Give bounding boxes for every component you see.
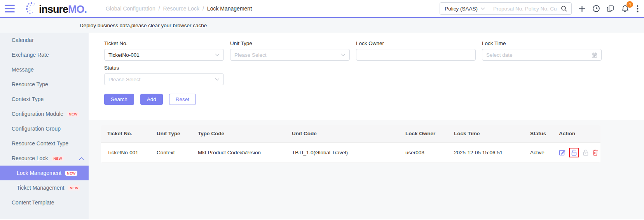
sidebar-item-label: Configuration Module [12, 111, 63, 117]
status-select[interactable]: Please Select [104, 73, 224, 85]
sidebar-item-context-type[interactable]: Context Type [0, 92, 89, 107]
menu-icon[interactable] [5, 5, 15, 12]
row-actions [559, 148, 600, 157]
sidebar-item-label: Resource Context Type [12, 140, 68, 147]
field-lock-time: Lock Time Select date [482, 40, 602, 61]
highlight-box [569, 148, 579, 157]
more-options-icon[interactable] [637, 5, 639, 12]
logo-text-insure: insure [39, 3, 68, 16]
ticket-no-value: TicketNo-001 [108, 52, 140, 58]
sidebar-item-label: Lock Management [17, 170, 61, 176]
sidebar-item-resource-lock[interactable]: Resource Lock NEW [0, 151, 89, 166]
add-icon[interactable] [578, 5, 586, 12]
breadcrumb-separator: / [159, 5, 160, 12]
new-badge: NEW [68, 185, 80, 190]
col-lock-time: Lock Time [448, 125, 524, 142]
cell-unit-type: Context [150, 142, 192, 162]
breadcrumb-separator: / [202, 5, 204, 12]
field-unit-type: Unit Type Please Select [230, 40, 350, 61]
field-label: Status [104, 65, 224, 71]
breadcrumb-item[interactable]: Global Configuration [106, 5, 155, 12]
col-unit-type: Unit Type [150, 125, 192, 142]
new-badge: NEW [67, 112, 79, 117]
field-status: Status Please Select [104, 65, 224, 85]
unit-type-select[interactable]: Please Select [230, 49, 350, 61]
search-button[interactable]: Search [104, 94, 134, 105]
app-logo: insureMO. [25, 2, 87, 16]
lock-owner-input-wrap [356, 49, 476, 61]
chevron-down-icon [215, 53, 220, 56]
deploy-notice: Deploy business data,please clear your b… [0, 18, 644, 33]
sidebar-item-exchange-rate[interactable]: Exchange Rate [0, 47, 89, 62]
sidebar-item-resource-type[interactable]: Resource Type [0, 77, 89, 92]
sidebar-item-message[interactable]: Message [0, 62, 89, 77]
search-icon[interactable] [561, 5, 567, 12]
unlock-icon[interactable] [571, 149, 577, 156]
header-divider [97, 3, 97, 14]
logo-text-mo: MO. [68, 3, 87, 16]
notifications-icon[interactable]: 4 [621, 5, 629, 13]
logo-globe-icon [25, 2, 38, 15]
cell-ticket-no: TicketNo-001 [101, 142, 150, 162]
add-button[interactable]: Add [140, 94, 163, 105]
delete-icon[interactable] [592, 149, 598, 156]
sidebar-item-label: Context Type [12, 96, 44, 102]
table-row: TicketNo-001 Context Mkt Product Code&Ve… [101, 142, 600, 162]
sidebar-item-configuration-module[interactable]: Configuration Module NEW [0, 107, 89, 121]
global-search [489, 5, 571, 12]
col-action: Action [553, 125, 600, 142]
breadcrumb: Global Configuration / Resource Lock / L… [106, 5, 252, 12]
chevron-up-icon[interactable] [79, 155, 84, 161]
lock-owner-input[interactable] [360, 52, 471, 58]
col-ticket-no: Ticket No. [101, 125, 150, 142]
filter-panel: Ticket No. TicketNo-001 Unit Type Please… [89, 33, 644, 120]
calendar-icon [592, 52, 597, 58]
deploy-notice-text: Deploy business data,please clear your b… [80, 23, 207, 28]
main-content: Ticket No. TicketNo-001 Unit Type Please… [89, 33, 644, 219]
history-icon[interactable] [592, 5, 600, 12]
cell-lock-owner: user003 [399, 142, 448, 162]
search-scope-value: Policy (SAAS) [445, 6, 478, 12]
cell-status: Active [524, 142, 553, 162]
sidebar-item-label: Exchange Rate [12, 52, 49, 58]
field-label: Lock Owner [356, 40, 476, 46]
breadcrumb-item[interactable]: Resource Lock [163, 5, 199, 12]
sidebar-item-label: Content Template [12, 199, 54, 206]
cell-unit-code: TBTI_1.0(Global Travel) [286, 142, 399, 162]
field-lock-owner: Lock Owner [356, 40, 476, 61]
global-search-input[interactable] [493, 6, 558, 12]
ticket-no-select[interactable]: TicketNo-001 [104, 49, 224, 61]
results-card: Ticket No. Unit Type Type Code Unit Code… [101, 125, 600, 163]
sidebar-item-label: Resource Type [12, 81, 48, 87]
search-scope-select[interactable]: Policy (SAAS) [440, 3, 489, 14]
col-type-code: Type Code [192, 125, 286, 142]
lock-time-placeholder: Select date [486, 52, 513, 58]
reset-button[interactable]: Reset [169, 94, 196, 105]
sidebar-item-configuration-group[interactable]: Configuration Group [0, 121, 89, 136]
sidebar-item-lock-management[interactable]: Lock Management NEW [0, 166, 89, 180]
edit-icon[interactable] [559, 149, 565, 156]
sidebar-item-label: Ticket Management [17, 185, 64, 191]
sidebar-item-ticket-management[interactable]: Ticket Management NEW [0, 180, 89, 195]
sidebar-item-calendar[interactable]: Calendar [0, 33, 89, 47]
sidebar-item-label: Configuration Group [12, 126, 61, 132]
chevron-down-icon [481, 7, 485, 10]
chevron-down-icon [215, 78, 220, 81]
lock-icon[interactable] [583, 149, 589, 156]
cell-type-code: Mkt Product Code&Version [192, 142, 286, 162]
sidebar: Calendar Exchange Rate Message Resource … [0, 33, 89, 219]
field-label: Unit Type [230, 40, 350, 46]
copy-icon[interactable] [607, 5, 614, 12]
cell-lock-time: 2025-12-05 15:06:51 [448, 142, 524, 162]
field-label: Lock Time [482, 40, 602, 46]
sidebar-item-label: Message [12, 66, 34, 73]
locks-table: Ticket No. Unit Type Type Code Unit Code… [101, 125, 600, 163]
sidebar-item-content-template[interactable]: Content Template [0, 195, 89, 210]
table-header-row: Ticket No. Unit Type Type Code Unit Code… [101, 125, 600, 142]
sidebar-item-label: Resource Lock [12, 155, 48, 161]
new-badge: NEW [52, 156, 64, 161]
notification-count-badge: 4 [627, 1, 633, 8]
results-section: Ticket No. Unit Type Type Code Unit Code… [89, 120, 644, 219]
sidebar-item-resource-context-type[interactable]: Resource Context Type [0, 136, 89, 151]
lock-time-datepicker[interactable]: Select date [482, 49, 602, 61]
